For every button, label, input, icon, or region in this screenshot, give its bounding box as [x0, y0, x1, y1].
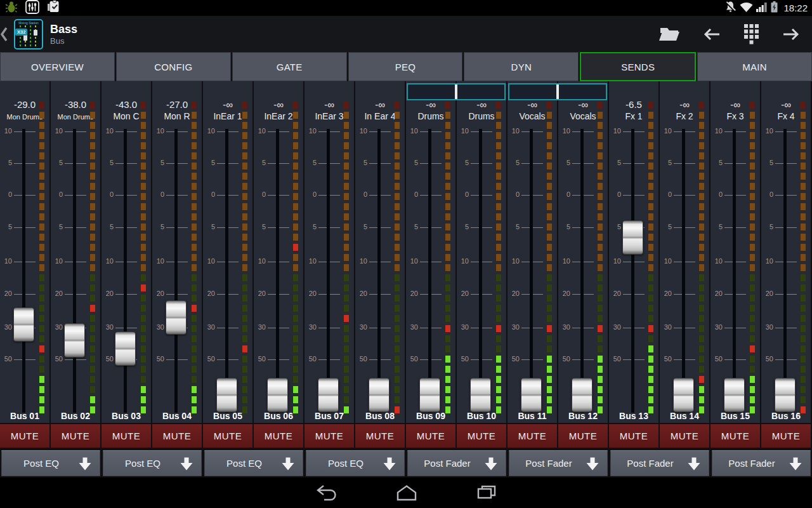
send-tap-selector-7[interactable]: Post Fader — [609, 449, 710, 478]
fader-track[interactable] — [631, 129, 634, 413]
fader-track[interactable] — [479, 129, 482, 413]
mute-button-bus-09[interactable]: MUTE — [406, 423, 457, 449]
fader-knob[interactable] — [216, 378, 237, 412]
fader-scale-tick: 5 — [0, 159, 12, 166]
meter-segment — [395, 173, 400, 180]
mute-button-bus-03[interactable]: MUTE — [102, 423, 152, 449]
fader-knob[interactable] — [267, 378, 288, 412]
fader-scale-tick: 0 — [660, 190, 672, 198]
meter-segment — [141, 295, 146, 302]
channel-grid-icon[interactable] — [744, 24, 759, 44]
fader-track[interactable] — [377, 129, 381, 413]
back-chevron-icon[interactable] — [1, 26, 8, 43]
send-tap-selector-6[interactable]: Post Fader — [508, 449, 609, 478]
meter-segment — [598, 315, 603, 322]
mute-button-bus-15[interactable]: MUTE — [710, 423, 761, 449]
fader-track[interactable] — [124, 129, 127, 413]
fader-knob[interactable] — [673, 378, 694, 412]
tab-overview[interactable]: OVERVIEW — [0, 52, 115, 81]
mute-button-bus-08[interactable]: MUTE — [355, 423, 406, 449]
send-tap-selector-8[interactable]: Post Fader — [710, 449, 812, 478]
dropdown-arrow-icon — [484, 457, 498, 471]
meter-segment — [496, 284, 501, 291]
send-tap-selector-1[interactable]: Post EQ — [0, 449, 102, 478]
mute-button-bus-11[interactable]: MUTE — [508, 423, 558, 449]
meter-segment — [39, 396, 44, 403]
meter-segment — [395, 274, 400, 281]
fader-knob[interactable] — [166, 300, 187, 335]
fader-knob[interactable] — [724, 378, 745, 412]
fader-knob[interactable] — [318, 378, 339, 412]
tab-main[interactable]: MAIN — [697, 52, 812, 81]
meter-segment — [598, 102, 603, 109]
tab-gate[interactable]: GATE — [232, 52, 347, 81]
fader-knob[interactable] — [622, 220, 643, 255]
mute-button-bus-02[interactable]: MUTE — [51, 423, 102, 449]
stereo-pan-box-bus-09-10[interactable] — [407, 83, 506, 100]
mute-button-bus-05[interactable]: MUTE — [203, 423, 254, 449]
fader-track[interactable] — [530, 129, 533, 413]
fader-track[interactable] — [783, 129, 787, 413]
mute-button-bus-04[interactable]: MUTE — [152, 423, 203, 449]
mute-button-bus-16[interactable]: MUTE — [761, 423, 812, 449]
mute-button-bus-14[interactable]: MUTE — [660, 423, 710, 449]
mute-button-bus-06[interactable]: MUTE — [254, 423, 304, 449]
meter-segment — [445, 224, 450, 231]
fader-track[interactable] — [682, 129, 685, 413]
arrow-right-icon[interactable] — [782, 27, 801, 42]
meter-segment — [496, 356, 501, 363]
stereo-pan-box-bus-11-12[interactable] — [508, 83, 607, 100]
meter-segment — [90, 234, 95, 241]
folder-icon[interactable] — [659, 26, 679, 42]
send-tap-selector-5[interactable]: Post Fader — [406, 449, 508, 478]
mute-button-bus-13[interactable]: MUTE — [609, 423, 660, 449]
fader-knob[interactable] — [369, 378, 390, 412]
fader-knob[interactable] — [470, 378, 491, 412]
tab-peq[interactable]: PEQ — [348, 52, 463, 81]
app-icon[interactable]: Mixing Station X32 — [14, 19, 43, 50]
meter-segment — [648, 203, 653, 210]
mute-button-bus-12[interactable]: MUTE — [558, 423, 609, 449]
meter-segment — [648, 305, 653, 312]
fader-scale-tick: 0 — [203, 190, 215, 198]
tab-dyn[interactable]: DYN — [464, 52, 579, 81]
fader-knob[interactable] — [419, 378, 440, 412]
fader-track[interactable] — [733, 129, 736, 413]
fader-track[interactable] — [276, 129, 279, 413]
fader-track[interactable] — [22, 129, 25, 413]
fader-knob[interactable] — [775, 378, 796, 412]
fader-knob[interactable] — [13, 307, 34, 342]
fader-scale-tick: 10 — [761, 257, 773, 265]
mute-button-bus-10[interactable]: MUTE — [457, 423, 508, 449]
tab-config[interactable]: CONFIG — [116, 52, 231, 81]
nav-home-icon[interactable] — [396, 485, 417, 501]
fader-knob[interactable] — [64, 323, 85, 358]
meter-segment — [801, 396, 806, 403]
nav-recents-icon[interactable] — [476, 485, 497, 501]
meter-segment — [801, 132, 806, 139]
send-tap-selector-3[interactable]: Post EQ — [203, 449, 304, 478]
meter-segment — [648, 132, 653, 139]
fader-track[interactable] — [73, 129, 76, 413]
fader-track[interactable] — [327, 129, 330, 413]
meter-segment — [801, 102, 806, 109]
fader-knob[interactable] — [572, 378, 593, 412]
nav-back-icon[interactable] — [315, 484, 337, 502]
tab-sends[interactable]: SENDS — [580, 52, 696, 81]
fader-track[interactable] — [580, 129, 584, 413]
send-tap-selector-2[interactable]: Post EQ — [102, 449, 203, 478]
mute-button-bus-01[interactable]: MUTE — [0, 423, 51, 449]
meter-segment — [445, 183, 450, 190]
meter-segment — [445, 376, 450, 383]
meter-segment — [293, 132, 298, 139]
fader-track[interactable] — [428, 129, 431, 413]
fader-track[interactable] — [225, 129, 228, 413]
meter-segment — [39, 325, 44, 332]
fader-track[interactable] — [174, 129, 178, 413]
send-tap-selector-4[interactable]: Post EQ — [304, 449, 406, 478]
meter-segment — [242, 112, 247, 119]
fader-knob[interactable] — [521, 378, 542, 412]
arrow-left-icon[interactable] — [702, 27, 721, 42]
fader-knob[interactable] — [115, 331, 136, 366]
mute-button-bus-07[interactable]: MUTE — [304, 423, 355, 449]
